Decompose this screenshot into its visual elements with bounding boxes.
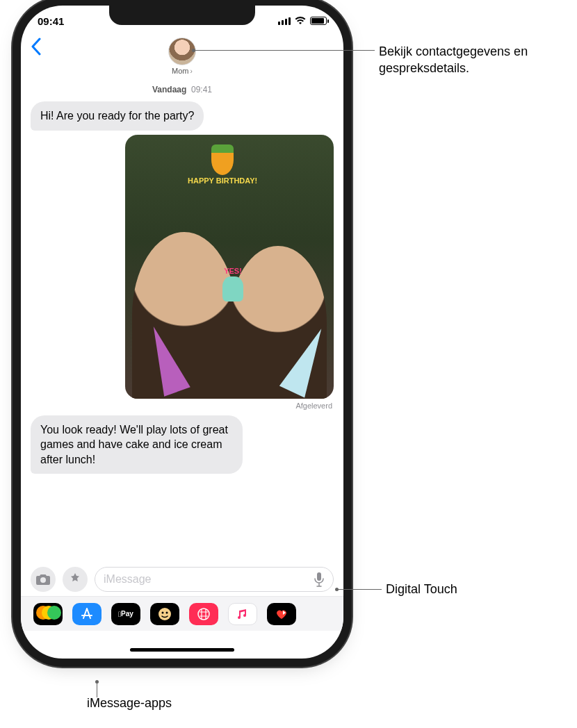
svg-rect-1 (317, 572, 321, 581)
digital-touch-icon[interactable] (267, 603, 296, 625)
photos-app-icon[interactable] (33, 603, 63, 625)
happy-birthday-sticker: HAPPY BIRTHDAY! (188, 144, 257, 185)
wifi-icon (295, 17, 306, 25)
device-notch (109, 6, 255, 25)
svg-point-5 (198, 609, 209, 620)
delivery-status: Afgeleverd (31, 402, 332, 410)
compose-bar: iMessage (21, 567, 343, 592)
message-input[interactable]: iMessage (95, 567, 334, 592)
callout-text: iMessage-apps (87, 696, 172, 710)
svg-point-3 (162, 611, 164, 613)
app-store-icon[interactable] (72, 603, 101, 625)
home-indicator[interactable] (130, 648, 234, 652)
callout-text: Bekijk contactgegevens en gespreksdetail… (379, 44, 528, 75)
back-button[interactable] (31, 38, 42, 60)
dictation-icon[interactable] (314, 572, 325, 587)
apple-music-icon[interactable] (228, 603, 257, 625)
input-placeholder: iMessage (104, 573, 151, 586)
conversation-header: Mom › (21, 36, 343, 76)
battery-icon (310, 17, 327, 25)
callout-imessage-apps: iMessage-apps (87, 695, 172, 711)
svg-point-0 (40, 577, 46, 583)
apple-pay-label: Pay (121, 610, 133, 618)
camera-button[interactable] (31, 567, 56, 592)
callout-digital-touch: Digital Touch (386, 581, 457, 597)
callout-text: Digital Touch (386, 582, 457, 596)
animoji-icon[interactable] (150, 603, 179, 625)
timestamp-day: Vandaag (152, 85, 186, 94)
svg-point-2 (159, 608, 171, 620)
yes-llama-sticker: YES! (222, 267, 243, 301)
sent-photo-message[interactable]: HAPPY BIRTHDAY! YES! (125, 135, 334, 399)
incoming-message[interactable]: Hi! Are you ready for the party? (31, 101, 204, 131)
app-drawer-button[interactable] (63, 567, 88, 592)
status-time: 09:41 (38, 15, 64, 27)
timestamp: Vandaag 09:41 (31, 85, 334, 94)
contact-details-button[interactable]: Mom › (168, 38, 196, 75)
status-indicators (278, 17, 327, 25)
svg-point-4 (166, 611, 168, 613)
imessage-app-drawer: Pay (21, 596, 343, 631)
callout-contact-details: Bekijk contactgegevens en gespreksdetail… (379, 43, 560, 77)
contact-name-label: Mom (172, 67, 188, 75)
cellular-signal-icon (278, 17, 291, 25)
conversation-body: Vandaag 09:41 Hi! Are you ready for the … (21, 81, 343, 561)
incoming-message[interactable]: You look ready! We'll play lots of great… (31, 415, 243, 474)
hashtag-images-icon[interactable] (189, 603, 218, 625)
phone-frame: 09:41 Mom › Vandaag 09:41 (21, 6, 343, 659)
chevron-right-icon: › (190, 67, 193, 75)
timestamp-time: 09:41 (191, 85, 212, 94)
apple-pay-icon[interactable]: Pay (111, 603, 140, 625)
